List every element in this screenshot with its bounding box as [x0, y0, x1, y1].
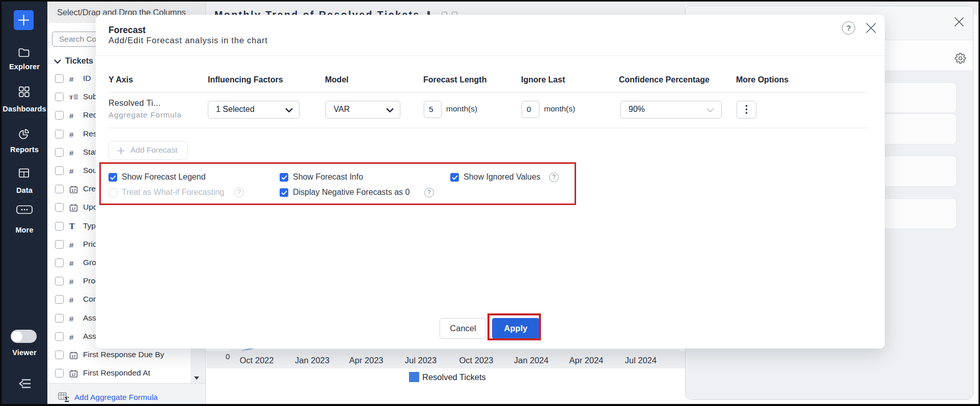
svg-text:T: T — [69, 94, 73, 100]
svg-text:Σ: Σ — [65, 395, 69, 402]
svg-text:17: 17 — [72, 189, 76, 192]
svg-text:17: 17 — [72, 373, 76, 376]
svg-text:17: 17 — [72, 355, 76, 358]
svg-text:17: 17 — [72, 207, 76, 211]
